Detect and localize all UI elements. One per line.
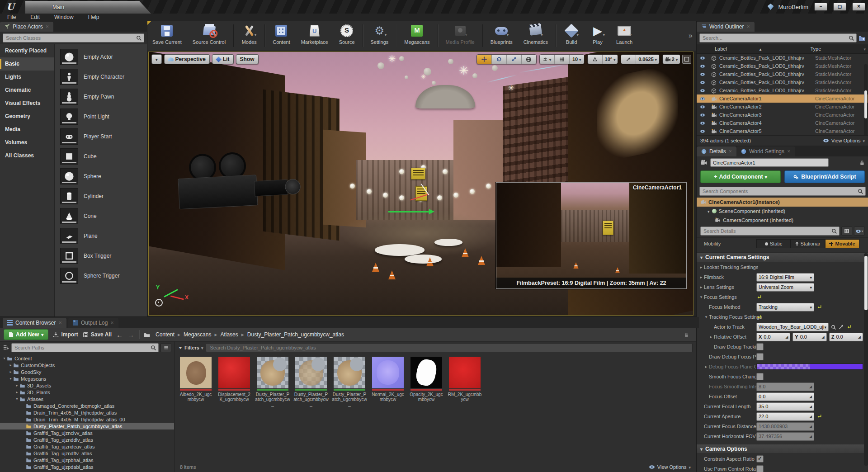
outliner-row-cinecameraactor4[interactable]: CineCameraActor4CineCameraActor — [697, 119, 868, 127]
minimize-button[interactable] — [814, 3, 827, 11]
content-view-options-button[interactable]: View Options — [649, 464, 691, 470]
place-actor-empty-actor[interactable]: Empty Actor — [55, 47, 147, 67]
lock-icon[interactable] — [859, 160, 865, 166]
marketplace-button[interactable]: Marketplace — [296, 21, 334, 51]
reset-to-default-icon[interactable] — [756, 314, 762, 320]
cinematics-button[interactable]: Cinematics — [518, 21, 553, 51]
filters-button[interactable]: Filters — [178, 345, 203, 350]
rotation-snap-toggle[interactable] — [588, 55, 602, 64]
component-cameracomponent-inherited-[interactable]: CameraComponent (Inherited) — [697, 216, 868, 225]
viewport-options-button[interactable] — [151, 54, 162, 64]
place-actor-sphere[interactable]: Sphere — [55, 166, 147, 186]
components-search[interactable] — [699, 187, 866, 196]
perspective-button[interactable]: Perspective — [164, 54, 210, 64]
place-actors-search[interactable] — [3, 33, 144, 42]
folder-megascans[interactable]: Megascans — [0, 375, 174, 382]
label-column-header[interactable]: Label — [715, 46, 727, 52]
sources-toggle-icon[interactable] — [3, 345, 9, 351]
source-control-button[interactable]: Source Control — [187, 21, 231, 51]
visibility-eye-icon[interactable] — [697, 71, 708, 77]
content-button[interactable]: Content — [267, 21, 296, 51]
world-local-toggle-button[interactable] — [521, 55, 536, 64]
place-actor-point-light[interactable]: Point Light — [55, 107, 147, 127]
mobility-static[interactable]: Static — [756, 239, 791, 248]
save-all-button[interactable]: Save All — [83, 331, 112, 338]
tab-place-actors[interactable]: Place Actors — [0, 22, 53, 32]
collections-list-button[interactable] — [160, 343, 171, 352]
grid-snap-toggle[interactable] — [554, 55, 569, 64]
lit-mode-button[interactable]: Lit — [212, 54, 234, 64]
reset-to-default-icon[interactable] — [816, 414, 822, 419]
place-actor-plane[interactable]: Plane — [55, 226, 147, 246]
search-paths-input[interactable] — [14, 345, 151, 351]
type-filter-icon[interactable] — [863, 46, 868, 52]
asset-opacity-2k-ugcmbbycw[interactable]: Opacity_2K_ugcmbbycw — [409, 357, 444, 402]
place-actor-sphere-trigger[interactable]: Sphere Trigger — [55, 266, 147, 286]
outliner-row-ceramic-bottles-pack-lod0-tlhhajrv[interactable]: Ceramic_Bottles_Pack_LOD0_tlhhajrvStatic… — [697, 78, 868, 86]
folder-graffiti-tag-ujzpdabl-atlas[interactable]: Graffiti_Tag_ujzpdabl_atlas — [0, 463, 174, 470]
folder-drain-trim-4x05-m-thjhcdpdw-atlas-00[interactable]: Drain_Trim_4x05_M_thjhcdpdw_atlas_00 — [0, 416, 174, 423]
outliner-search-input[interactable] — [702, 35, 849, 41]
tab-output-log[interactable]: Output Log — [68, 318, 118, 328]
folder-graffiti-tag-ujzndeav-atlas[interactable]: Graffiti_Tag_ujzndeav_atlas — [0, 443, 174, 450]
folder-graffiti-tag-ujzndftv-atlas[interactable]: Graffiti_Tag_ujzndftv_atlas — [0, 450, 174, 457]
checkbox-draw-debug-tracking[interactable] — [756, 343, 764, 350]
visibility-eye-icon[interactable] — [697, 120, 708, 126]
toolbar-overflow-chevron[interactable] — [685, 32, 696, 40]
maximize-button[interactable] — [833, 3, 846, 11]
rotate-tool-button[interactable] — [491, 55, 506, 64]
category-geometry[interactable]: Geometry — [0, 110, 54, 123]
level-tab[interactable]: Main — [25, 1, 151, 14]
expander-icon[interactable] — [14, 397, 19, 401]
tab-close-icon[interactable] — [787, 149, 791, 154]
folder-atlases[interactable]: Atlases — [0, 396, 174, 402]
outliner-row-ceramic-bottles-pack-lod0-tlhhajrv[interactable]: Ceramic_Bottles_Pack_LOD0_tlhhajrvStatic… — [697, 62, 868, 70]
maximize-viewport-button[interactable] — [682, 55, 691, 64]
lock-icon[interactable] — [684, 332, 689, 338]
section-camera-options[interactable]: Camera Options — [697, 444, 868, 454]
dropdown-filmback[interactable]: 16:9 Digital Film — [756, 273, 814, 282]
tab-content-browser[interactable]: Content Browser — [3, 318, 66, 328]
tab-close-icon[interactable] — [110, 321, 114, 325]
search-details-input[interactable] — [703, 228, 831, 234]
place-actor-cone[interactable]: Cone — [55, 206, 147, 226]
close-button[interactable] — [852, 3, 865, 11]
new-folder-icon[interactable] — [859, 35, 866, 41]
import-button[interactable]: Import — [53, 331, 78, 338]
asset-search[interactable] — [206, 343, 693, 352]
browse-icon[interactable] — [831, 324, 836, 330]
scale-snap-value-button[interactable]: 0.0625 — [636, 55, 659, 64]
display-filter-button[interactable]: ▾ — [854, 227, 865, 236]
play-button[interactable]: Play — [585, 21, 611, 51]
grid-snap-value-button[interactable]: 10 — [569, 55, 584, 64]
folder-3d-assets[interactable]: 3D_Assets — [0, 382, 174, 389]
expander-icon[interactable] — [14, 383, 19, 387]
reset-to-default-icon[interactable] — [816, 304, 822, 310]
visibility-eye-icon[interactable] — [697, 55, 708, 61]
component-scenecomponent-inherited-[interactable]: SceneComponent (Inherited) — [697, 207, 868, 216]
breadcrumb-megascans[interactable]: Megascans — [184, 331, 211, 338]
category-all-classes[interactable]: All Classes — [0, 149, 54, 162]
folder-goodsky[interactable]: GoodSky — [0, 368, 174, 375]
search-classes-input[interactable] — [5, 35, 136, 41]
add-new-button[interactable]: Add New — [4, 329, 48, 340]
camera-speed-button[interactable]: 2 — [663, 55, 680, 64]
tab-world-outliner[interactable]: World Outliner — [697, 22, 755, 32]
tab-close-icon[interactable] — [58, 321, 62, 325]
place-actor-empty-pawn[interactable]: Empty Pawn — [55, 87, 147, 107]
visibility-eye-icon[interactable] — [697, 88, 708, 94]
type-column-header[interactable]: Type — [810, 46, 863, 52]
launch-button[interactable]: Launch — [611, 21, 638, 51]
outliner-row-cinecameraactor3[interactable]: CineCameraActor3CineCameraActor — [697, 111, 868, 119]
checkbox-constrain-aspect-ratio[interactable] — [756, 455, 764, 463]
translate-tool-button[interactable] — [477, 55, 491, 64]
details-search[interactable] — [700, 227, 840, 236]
category-media[interactable]: Media — [0, 123, 54, 136]
color-swatch-debug-focus-plane-col[interactable] — [756, 363, 863, 370]
paths-search[interactable] — [11, 343, 159, 352]
scale-tool-button[interactable] — [506, 55, 521, 64]
asset-picker-actor-to-track[interactable]: Wooden_Toy_Bear_LOD0_ujicadg — [756, 323, 829, 331]
menu-file[interactable]: File — [0, 14, 23, 21]
expander-icon[interactable] — [698, 295, 704, 299]
section-current-camera-settings[interactable]: Current Camera Settings — [697, 252, 868, 262]
